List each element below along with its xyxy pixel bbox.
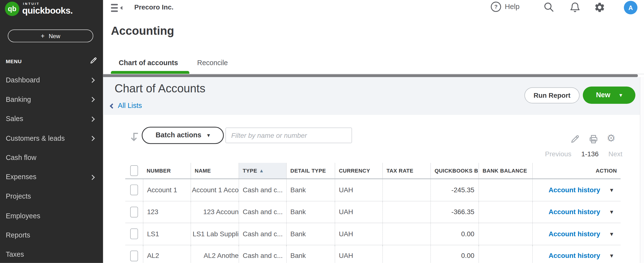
column-header-number[interactable]: NUMBER: [143, 163, 190, 178]
sidebar-item-banking[interactable]: Banking: [0, 90, 103, 109]
table-row: LS1LS1 Lab SuppliCash and c...BankUAH0.0…: [125, 223, 621, 245]
column-header-label: TAX RATE: [386, 168, 414, 174]
column-header-label: NAME: [195, 168, 211, 174]
cell-tax-rate: [382, 245, 430, 263]
table-row: Account 1Account 1 AccoCash and c...Bank…: [125, 179, 621, 201]
batch-actions-button[interactable]: Batch actions ▼: [142, 127, 224, 144]
sidebar-item-reports[interactable]: Reports: [0, 226, 103, 245]
sidebar-item-sales[interactable]: Sales: [0, 109, 103, 129]
action-dropdown-caret-icon[interactable]: ▼: [610, 210, 613, 214]
account-history-link[interactable]: Account history: [548, 252, 600, 260]
settings-gear-icon[interactable]: [594, 2, 605, 15]
help-button[interactable]: ? Help: [491, 2, 520, 12]
cell-bank-balance: [478, 201, 532, 223]
sidebar-item-taxes[interactable]: Taxes: [0, 245, 103, 263]
run-report-button[interactable]: Run Report: [524, 87, 580, 103]
row-checkbox[interactable]: [130, 251, 138, 261]
row-checkbox[interactable]: [130, 207, 138, 217]
search-icon[interactable]: [544, 2, 555, 15]
action-dropdown-caret-icon[interactable]: ▼: [610, 188, 613, 192]
horizontal-scrollbar[interactable]: [103, 74, 638, 77]
chevron-down-icon: ▼: [207, 133, 210, 137]
next-page-button[interactable]: Next: [608, 150, 622, 158]
account-history-link[interactable]: Account history: [548, 208, 600, 216]
column-header-quickbooks-b[interactable]: QUICKBOOKS B: [430, 163, 478, 178]
select-all-cell: [125, 163, 143, 178]
move-down-arrow-icon[interactable]: [129, 131, 139, 144]
cell-action: Account history▼: [532, 223, 621, 245]
column-header-tax-rate[interactable]: TAX RATE: [382, 163, 430, 178]
account-history-link[interactable]: Account history: [548, 230, 600, 238]
sidebar-item-cash-flow[interactable]: Cash flow: [0, 148, 103, 168]
sidebar-item-label: Employees: [6, 212, 40, 220]
cell-tax-rate: [382, 223, 430, 245]
column-header-detail-type[interactable]: DETAIL TYPE: [286, 163, 335, 178]
user-avatar[interactable]: A: [624, 1, 638, 14]
accounts-table: NUMBERNAMETYPE▲DETAIL TYPECURRENCYTAX RA…: [125, 163, 621, 263]
cell-quickbooks-balance: -366.35: [430, 201, 478, 223]
cell-currency: UAH: [335, 179, 382, 201]
sidebar-item-label: Dashboard: [6, 76, 40, 84]
qb-logo-icon: qb: [5, 2, 19, 16]
edit-menu-pencil-icon[interactable]: [90, 57, 97, 66]
action-dropdown-caret-icon[interactable]: ▼: [610, 232, 613, 236]
edit-pencil-icon[interactable]: [570, 134, 580, 146]
cell-type: Cash and c...: [238, 245, 286, 263]
sidebar-item-projects[interactable]: Projects: [0, 187, 103, 206]
table-settings-gear-icon[interactable]: ⚙: [606, 133, 615, 143]
cell-bank-balance: [478, 179, 532, 201]
cell-name: Account 1 Acco: [190, 179, 238, 201]
chevron-down-icon: ▼: [620, 93, 622, 97]
sidebar-item-dashboard[interactable]: Dashboard: [0, 70, 103, 90]
account-history-link[interactable]: Account history: [548, 186, 600, 194]
help-icon: ?: [491, 2, 501, 12]
cell-tax-rate: [382, 201, 430, 223]
chevron-left-icon: [110, 103, 115, 108]
sidebar: qb INTUIT quickbooks. + New MENU: [0, 0, 103, 263]
cell-action: Account history▼: [532, 201, 621, 223]
cell-action: Account history▼: [532, 179, 621, 201]
cell-action: Account history▼: [532, 245, 621, 263]
column-header-name[interactable]: NAME: [190, 163, 238, 178]
all-lists-link[interactable]: All Lists: [110, 102, 142, 110]
sidebar-item-label: Projects: [6, 193, 31, 201]
sidebar-new-button[interactable]: + New: [8, 30, 93, 42]
vertical-scrollbar[interactable]: [640, 77, 644, 263]
chevron-right-icon: [90, 97, 95, 102]
action-dropdown-caret-icon[interactable]: ▼: [610, 254, 613, 258]
cell-number: Account 1: [143, 179, 190, 201]
cell-detail-type: Bank: [286, 201, 335, 223]
run-report-label: Run Report: [534, 91, 570, 99]
sidebar-item-label: Expenses: [6, 173, 36, 181]
previous-page-button[interactable]: Previous: [545, 150, 571, 158]
row-checkbox[interactable]: [130, 229, 138, 239]
table-row: 123123 AccounCash and c...BankUAH-366.35…: [125, 201, 621, 223]
quickbooks-label: quickbooks.: [22, 6, 72, 15]
tab-chart-of-accounts[interactable]: Chart of accounts: [119, 59, 178, 67]
sidebar-item-customers-leads[interactable]: Customers & leads: [0, 129, 103, 148]
column-header-bank-balance[interactable]: BANK BALANCE: [478, 163, 532, 178]
collapse-menu-icon[interactable]: [111, 3, 124, 14]
column-header-action[interactable]: ACTION: [532, 163, 621, 178]
cell-name: LS1 Lab Suppli: [190, 223, 238, 245]
plus-icon: +: [41, 32, 45, 39]
filter-input[interactable]: [226, 128, 352, 143]
sidebar-item-label: Banking: [6, 95, 31, 104]
new-account-button[interactable]: New ▼: [583, 86, 636, 104]
all-lists-label: All Lists: [118, 102, 142, 110]
cell-number: 123: [143, 201, 190, 223]
sidebar-item-expenses[interactable]: Expenses: [0, 168, 103, 187]
tab-reconcile[interactable]: Reconcile: [197, 59, 228, 67]
sidebar-item-employees[interactable]: Employees: [0, 206, 103, 226]
help-label: Help: [505, 2, 520, 11]
cell-quickbooks-balance: 0.00: [430, 245, 478, 263]
quickbooks-logo: qb INTUIT quickbooks.: [5, 2, 72, 16]
select-all-checkbox[interactable]: [130, 165, 138, 176]
row-checkbox[interactable]: [130, 185, 138, 195]
column-header-currency[interactable]: CURRENCY: [335, 163, 382, 178]
column-header-type[interactable]: TYPE▲: [238, 163, 286, 178]
cell-name: AL2 Anothe: [190, 245, 238, 263]
notifications-bell-icon[interactable]: [569, 1, 581, 14]
print-icon[interactable]: [588, 134, 599, 146]
column-header-label: ACTION: [596, 168, 617, 174]
